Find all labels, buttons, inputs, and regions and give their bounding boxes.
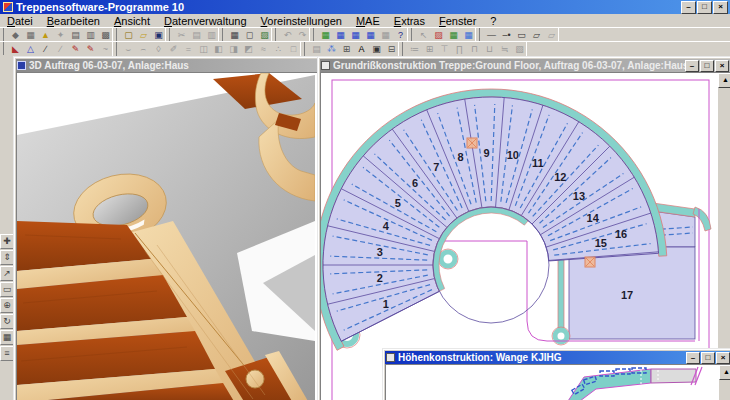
menu-ansicht[interactable]: Ansicht (107, 15, 157, 27)
window-plan-titlebar[interactable]: Grundrißkonstruktion Treppe:Ground Floor… (320, 59, 730, 72)
window-plan-icon (321, 61, 330, 70)
step-number: 5 (395, 197, 401, 209)
menu-help[interactable]: ? (483, 15, 503, 27)
hatch-icon: ▧ (512, 43, 527, 56)
snow-points-icon[interactable]: ⁂ (324, 43, 339, 56)
step-number: 11 (532, 157, 544, 169)
rotate-icon[interactable]: ↻ (0, 314, 14, 329)
zoom-arrow-icon[interactable]: ↗ (0, 266, 14, 281)
image-export-icon[interactable]: ▨ (257, 29, 272, 42)
step-number: 7 (433, 161, 439, 173)
window-3d-icon (17, 61, 26, 70)
window-3d-title: 3D Auftrag 06-03-07, Anlage:Haus (29, 60, 189, 71)
menu-datei[interactable]: Datei (0, 15, 40, 27)
texture-icon[interactable]: ▦ (0, 330, 14, 345)
toolbar-group: ↶↷ (275, 28, 310, 42)
measure-tool-icon[interactable]: ◣ (8, 43, 23, 56)
board-2-icon: ◧ (211, 43, 226, 56)
window-elevation: Höhenkonstruktion: Wange KJIHG – □ × (382, 348, 730, 400)
dark-panel-icon[interactable]: ▣ (369, 43, 384, 56)
menu-fenster[interactable]: Fenster (432, 15, 483, 27)
board-3-icon: ◨ (226, 43, 241, 56)
elevation-vertical-scrollbar[interactable]: ▲ (719, 365, 730, 400)
elevation-scroll-up-button[interactable]: ▲ (719, 365, 730, 380)
menu-bearbeiten[interactable]: Bearbeiten (40, 15, 107, 27)
render-photo-blue-icon[interactable]: ▦ (461, 29, 476, 42)
view-elevation-window-icon[interactable]: ▦ (348, 29, 363, 42)
draw-parallelogram-icon[interactable]: ▱ (529, 29, 544, 42)
pen-red-2-icon[interactable]: ✎ (83, 43, 98, 56)
view-detail-window-icon[interactable]: ▦ (363, 29, 378, 42)
step-number: 12 (554, 171, 566, 183)
menu-extras[interactable]: Extras (387, 15, 432, 27)
triangle-tool-icon[interactable]: △ (23, 43, 38, 56)
grid-3-icon: ⊞ (422, 43, 437, 56)
machine-3-icon[interactable]: ▩ (98, 29, 113, 42)
grid-table-2-icon[interactable]: ⊟ (384, 43, 399, 56)
project-info-icon[interactable]: ◆ (8, 29, 23, 42)
copy-icon: ▤ (189, 29, 204, 42)
toolbar-group: ↖▨▦▦ (411, 28, 476, 42)
main-titlebar[interactable]: Treppensoftware-Programme 10 – □ × (0, 0, 730, 14)
viewport-3d[interactable] (16, 72, 320, 400)
print-preview-icon[interactable]: ◻ (242, 29, 257, 42)
select-arrow-icon: ↖ (416, 29, 431, 42)
plan-minimize-button[interactable]: – (685, 60, 699, 72)
toolbar-group: ▦◻▨ (222, 28, 272, 42)
app-title: Treppensoftware-Programme 10 (16, 1, 184, 13)
elevation-maximize-button[interactable]: □ (701, 352, 715, 364)
draw-rect-icon[interactable]: ▭ (514, 29, 529, 42)
menu-datenverwaltung[interactable]: Datenverwaltung (157, 15, 254, 27)
orbit-icon[interactable]: ⇕ (0, 250, 14, 265)
undo-icon: ↶ (280, 29, 295, 42)
plan-scroll-up-button[interactable]: ▲ (718, 73, 730, 88)
step-number: 14 (587, 212, 600, 224)
order-table-icon[interactable]: ▦ (23, 29, 38, 42)
lock-icon[interactable]: ▲ (38, 29, 53, 42)
grid-table-icon[interactable]: ⊞ (339, 43, 354, 56)
line-tool-icon[interactable]: ∕ (38, 43, 53, 56)
toolbar-row-1: ◆▦▲✦▤▥▩▢▱▣✂▤▥▦◻▨↶↷▦▦▦▦▦?↖▨▦▦—–•▭▱▱ (0, 27, 730, 42)
open-folder-icon[interactable]: ▱ (136, 29, 151, 42)
window-3d: 3D Auftrag 06-03-07, Anlage:Haus (13, 56, 323, 400)
elevation-close-button[interactable]: × (716, 352, 730, 364)
close-button[interactable]: × (713, 1, 728, 14)
layers-icon[interactable]: ≡ (0, 346, 14, 361)
window-elevation-icon (386, 353, 395, 362)
text-label-icon[interactable]: A (354, 43, 369, 56)
elevation-minimize-button[interactable]: – (686, 352, 700, 364)
view-plan-window-icon[interactable]: ▦ (333, 29, 348, 42)
zoom-extents-icon[interactable]: ⊕ (0, 298, 14, 313)
annotate-icon: ✐ (166, 43, 181, 56)
machine-2-icon[interactable]: ▥ (83, 29, 98, 42)
window-elevation-titlebar[interactable]: Höhenkonstruktion: Wange KJIHG – □ × (385, 351, 730, 364)
machine-1-icon[interactable]: ▤ (68, 29, 83, 42)
board-1-icon: ◫ (196, 43, 211, 56)
menu-mae[interactable]: MAE (349, 15, 387, 27)
render-photo-red-icon[interactable]: ▨ (431, 29, 446, 42)
restore-button[interactable]: □ (697, 1, 712, 14)
save-icon[interactable]: ▣ (151, 29, 166, 42)
plan-maximize-button[interactable]: □ (700, 60, 714, 72)
toolbar-group: ◆▦▲✦▤▥▩ (3, 28, 113, 42)
view-box-icon[interactable]: ▭ (0, 282, 14, 297)
approx-icon: ≒ (497, 43, 512, 56)
print-icon[interactable]: ▦ (227, 29, 242, 42)
help-icon[interactable]: ? (393, 29, 408, 42)
draw-line-icon[interactable]: — (484, 29, 499, 42)
board-4-icon: ◩ (241, 43, 256, 56)
minimize-button[interactable]: – (681, 1, 696, 14)
pan-move-icon[interactable]: ✚ (0, 234, 14, 249)
elevation-canvas[interactable]: ▲ (385, 364, 730, 400)
menu-voreinstellungen[interactable]: Voreinstellungen (254, 15, 349, 27)
stair-3d-render (17, 73, 315, 400)
plan-close-button[interactable]: × (715, 60, 729, 72)
new-file-icon[interactable]: ▢ (121, 29, 136, 42)
toolbar-group: ◣△∕∕✎✎~ (3, 42, 113, 56)
pen-red-icon[interactable]: ✎ (68, 43, 83, 56)
draw-line-point-icon[interactable]: –• (499, 29, 514, 42)
view-3d-window-icon[interactable]: ▦ (318, 29, 333, 42)
window-3d-titlebar[interactable]: 3D Auftrag 06-03-07, Anlage:Haus (16, 59, 320, 72)
render-photo-green-icon[interactable]: ▦ (446, 29, 461, 42)
step-number: 10 (507, 149, 519, 161)
